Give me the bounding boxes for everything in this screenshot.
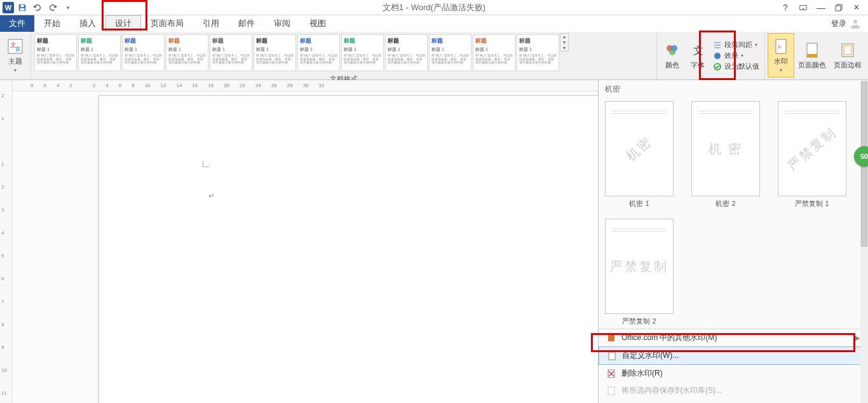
- remove-watermark-icon: [606, 369, 616, 379]
- watermark-label: 水印: [774, 57, 788, 66]
- style-gallery-item[interactable]: 标题标题 1在"插入"选项卡上，可以轻松添加表格、图片、形状等元素来丰富文档外观: [122, 34, 165, 71]
- watermark-gallery-item[interactable]: 机 密机密 2: [691, 101, 760, 208]
- undo-button[interactable]: [31, 1, 44, 15]
- remove-watermark-item[interactable]: 删除水印(R): [599, 365, 868, 382]
- colors-label: 颜色: [665, 60, 679, 70]
- paragraph-spacing-button[interactable]: 段落间距▾: [710, 39, 762, 50]
- gallery-scroll-more[interactable]: ▾: [560, 45, 568, 51]
- style-gallery-item[interactable]: 标题标题 1在"插入"选项卡上，可以轻松添加表格、图片、形状等元素来丰富文档外观: [473, 34, 515, 71]
- svg-rect-2: [800, 5, 807, 10]
- svg-rect-0: [20, 8, 25, 10]
- colors-icon: [663, 41, 681, 59]
- ribbon-options-icon: [799, 3, 808, 12]
- document-page[interactable]: ↵: [98, 95, 600, 403]
- style-gallery-item[interactable]: 标题标题 1在"插入"选项卡上，可以轻松添加表格、图片、形状等元素来丰富文档外观: [210, 34, 252, 71]
- style-gallery-item[interactable]: 标题标题 1在"插入"选项卡上，可以轻松添加表格、图片、形状等元素来丰富文档外观: [297, 34, 340, 71]
- word-app-icon: W: [3, 2, 14, 13]
- tab-design[interactable]: 设计: [105, 15, 141, 32]
- page-border-button[interactable]: 页面边框: [830, 33, 865, 78]
- watermark-category-header: 机密: [599, 80, 868, 99]
- paragraph-mark: ↵: [208, 191, 215, 200]
- svg-text:文: 文: [693, 45, 703, 56]
- watermark-gallery-item[interactable]: 严禁复制严禁复制 1: [778, 101, 846, 208]
- paragraph-spacing-label: 段落间距: [724, 40, 752, 50]
- office-more-watermarks-item[interactable]: Office.com 中的其他水印(M) ▶: [599, 329, 868, 346]
- watermark-icon: A: [772, 38, 790, 55]
- undo-icon: [33, 3, 42, 12]
- watermark-menu: Office.com 中的其他水印(M) ▶ 自定义水印(W)... 删除水印(…: [599, 329, 868, 399]
- page-color-button[interactable]: 页面颜色: [794, 33, 830, 78]
- paragraph-spacing-icon: [713, 41, 722, 50]
- colors-button[interactable]: 颜色: [660, 33, 685, 78]
- watermark-button[interactable]: A 水印 ▾: [768, 33, 794, 78]
- restore-icon: [835, 4, 843, 11]
- watermark-panel-scrollbar[interactable]: [860, 80, 868, 403]
- tab-insert[interactable]: 插入: [70, 15, 105, 32]
- redo-button[interactable]: [46, 1, 60, 15]
- themes-group: 文亥 主题 ▾: [0, 32, 31, 79]
- svg-rect-23: [608, 387, 614, 395]
- save-icon: [18, 3, 27, 12]
- page-border-icon: [839, 41, 857, 59]
- sign-in-link[interactable]: 登录: [831, 15, 868, 32]
- effects-icon: [713, 51, 722, 60]
- save-button[interactable]: [15, 1, 29, 15]
- ribbon: 文亥 主题 ▾ 标题标题 1在"插入"选项卡上，可以轻松添加表格、图片、形状等元…: [0, 32, 868, 80]
- themes-button[interactable]: 文亥 主题 ▾: [3, 33, 28, 78]
- style-gallery-item[interactable]: 标题标题 1在"插入"选项卡上，可以轻松添加表格、图片、形状等元素来丰富文档外观: [34, 34, 77, 71]
- ribbon-display-button[interactable]: [797, 1, 810, 14]
- sign-in-label: 登录: [831, 18, 846, 29]
- title-bar: W ▾ 文档1 - Word(产品激活失败) ? — ×: [0, 0, 868, 15]
- qat-customize-button[interactable]: ▾: [61, 1, 75, 15]
- tab-page-layout[interactable]: 页面布局: [141, 15, 193, 32]
- office-icon: [606, 333, 616, 343]
- save-to-gallery-item[interactable]: 将所选内容保存到水印库(S)...: [599, 382, 868, 399]
- gallery-scroll[interactable]: ▴ ▾ ▾: [560, 33, 569, 51]
- style-gallery-item[interactable]: 标题标题 1在"插入"选项卡上，可以轻松添加表格、图片、形状等元素来丰富文档外观: [429, 34, 471, 71]
- ribbon-tabs: 文件 开始 插入 设计 页面布局 引用 邮件 审阅 视图 登录: [0, 15, 868, 32]
- close-button[interactable]: ×: [850, 1, 863, 14]
- office-more-label: Office.com 中的其他水印(M): [621, 332, 717, 343]
- page-background-group: A 水印 ▾ 页面颜色 页面边框: [765, 32, 868, 79]
- restore-button[interactable]: [832, 1, 845, 14]
- set-default-button[interactable]: 设为默认值: [710, 61, 762, 72]
- file-tab[interactable]: 文件: [0, 15, 34, 32]
- gallery-scroll-up[interactable]: ▴: [560, 34, 568, 39]
- svg-rect-1: [20, 4, 24, 7]
- svg-rect-3: [836, 6, 841, 11]
- style-gallery-item[interactable]: 标题标题 1在"插入"选项卡上，可以轻松添加表格、图片、形状等元素来丰富文档外观: [166, 34, 208, 71]
- style-gallery-item[interactable]: 标题标题 1在"插入"选项卡上，可以轻松添加表格、图片、形状等元素来丰富文档外观: [78, 34, 121, 71]
- formatting-group: 颜色 文 字体 段落间距▾ 效果▾ 设为默认值: [657, 32, 765, 79]
- effects-button[interactable]: 效果▾: [710, 50, 762, 61]
- style-gallery-item[interactable]: 标题标题 1在"插入"选项卡上，可以轻松添加表格、图片、形状等元素来丰富文档外观: [517, 34, 559, 71]
- tab-home[interactable]: 开始: [34, 15, 70, 32]
- watermark-gallery-item[interactable]: 机密机密 1: [605, 101, 674, 208]
- style-gallery[interactable]: 标题标题 1在"插入"选项卡上，可以轻松添加表格、图片、形状等元素来丰富文档外观…: [34, 33, 560, 74]
- help-button[interactable]: ?: [779, 1, 792, 14]
- style-gallery-item[interactable]: 标题标题 1在"插入"选项卡上，可以轻松添加表格、图片、形状等元素来丰富文档外观: [254, 34, 296, 71]
- tab-view[interactable]: 视图: [300, 15, 336, 32]
- fonts-icon: 文: [689, 41, 707, 59]
- themes-label: 主题: [8, 57, 22, 66]
- style-gallery-item[interactable]: 标题标题 1在"插入"选项卡上，可以轻松添加表格、图片、形状等元素来丰富文档外观: [341, 34, 384, 71]
- margin-corner-mark: [203, 161, 209, 167]
- tab-references[interactable]: 引用: [193, 15, 229, 32]
- window-title: 文档1 - Word(产品激活失败): [383, 2, 485, 13]
- watermark-gallery-item[interactable]: 严禁复制严禁复制 2: [605, 219, 674, 326]
- tab-mail[interactable]: 邮件: [229, 15, 264, 32]
- minimize-button[interactable]: —: [815, 1, 827, 14]
- style-gallery-item[interactable]: 标题标题 1在"插入"选项卡上，可以轻松添加表格、图片、形状等元素来丰富文档外观: [385, 34, 428, 71]
- quick-access-toolbar: W ▾: [0, 1, 75, 15]
- watermark-gallery: 机密机密 1机 密机密 2严禁复制严禁复制 1严禁复制严禁复制 2: [599, 99, 868, 329]
- fonts-label: 字体: [691, 60, 705, 70]
- fonts-button[interactable]: 文 字体: [685, 33, 710, 78]
- page-border-label: 页面边框: [834, 60, 862, 70]
- user-icon: [849, 17, 862, 30]
- custom-watermark-item[interactable]: 自定义水印(W)...: [599, 346, 868, 365]
- svg-rect-20: [608, 335, 614, 341]
- set-default-label: 设为默认值: [724, 62, 759, 71]
- gallery-scroll-down[interactable]: ▾: [560, 39, 568, 45]
- redo-icon: [48, 3, 57, 12]
- svg-point-12: [714, 53, 721, 59]
- tab-review[interactable]: 审阅: [264, 15, 300, 32]
